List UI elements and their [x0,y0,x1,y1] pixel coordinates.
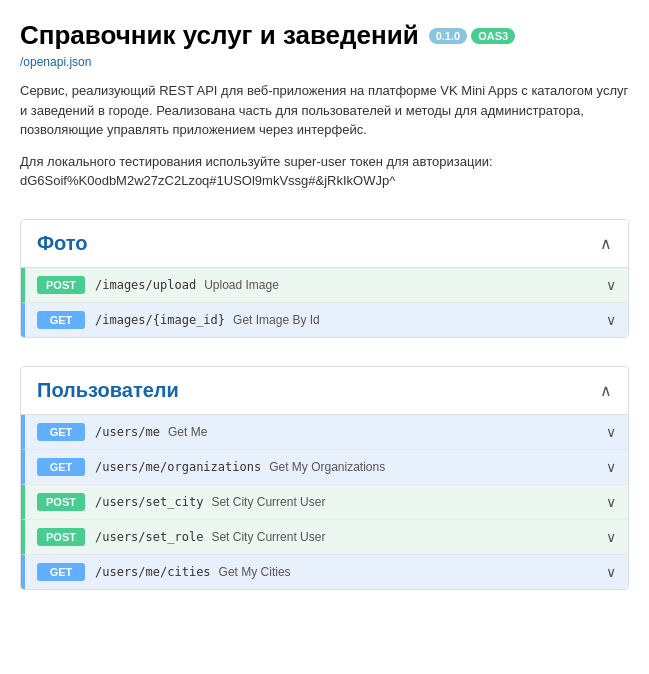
sections-container: Фото ∧ POST /images/upload Upload Image … [20,219,629,590]
section-foto: Фото ∧ POST /images/upload Upload Image … [20,219,629,338]
endpoint-left-users-2: POST /users/set_city Set City Current Us… [37,493,596,511]
endpoint-summary-users-4: Get My Cities [219,565,291,579]
endpoint-chevron-users-4: ∨ [606,564,616,580]
endpoint-item-users-2[interactable]: POST /users/set_city Set City Current Us… [21,485,628,520]
endpoint-path-foto-1: /images/{image_id} [95,313,225,327]
endpoint-list-users: GET /users/me Get Me ∨ GET /users/me/org… [21,414,628,589]
method-badge-users-1: GET [37,458,85,476]
endpoint-chevron-users-1: ∨ [606,459,616,475]
endpoint-chevron-foto-0: ∨ [606,277,616,293]
endpoint-path-users-3: /users/set_role [95,530,203,544]
version-badge: 0.1.0 [429,28,467,44]
endpoint-left-users-4: GET /users/me/cities Get My Cities [37,563,596,581]
endpoint-item-users-0[interactable]: GET /users/me Get Me ∨ [21,415,628,450]
endpoint-summary-foto-0: Upload Image [204,278,279,292]
section-title-foto: Фото [37,232,88,255]
method-badge-foto-0: POST [37,276,85,294]
endpoint-left-users-1: GET /users/me/organizations Get My Organ… [37,458,596,476]
endpoint-path-foto-0: /images/upload [95,278,196,292]
method-badge-foto-1: GET [37,311,85,329]
section-chevron-users: ∧ [600,381,612,400]
description-line2: Для локального тестирования используйте … [20,152,629,191]
oas-badge: OAS3 [471,28,515,44]
endpoint-left-users-3: POST /users/set_role Set City Current Us… [37,528,596,546]
section-title-users: Пользователи [37,379,179,402]
page-header: Справочник услуг и заведений 0.1.0 OAS3 … [20,20,629,69]
endpoint-left-users-0: GET /users/me Get Me [37,423,596,441]
endpoint-path-users-2: /users/set_city [95,495,203,509]
badges-container: 0.1.0 OAS3 [429,28,515,44]
method-badge-users-4: GET [37,563,85,581]
description-block: Сервис, реализующий REST API для веб-при… [20,81,629,191]
method-badge-users-3: POST [37,528,85,546]
endpoint-summary-foto-1: Get Image By Id [233,313,320,327]
endpoint-item-foto-1[interactable]: GET /images/{image_id} Get Image By Id ∨ [21,303,628,337]
endpoint-summary-users-3: Set City Current User [211,530,325,544]
endpoint-chevron-users-2: ∨ [606,494,616,510]
section-users: Пользователи ∧ GET /users/me Get Me ∨ GE… [20,366,629,590]
endpoint-left-foto-0: POST /images/upload Upload Image [37,276,596,294]
section-chevron-foto: ∧ [600,234,612,253]
endpoint-item-users-3[interactable]: POST /users/set_role Set City Current Us… [21,520,628,555]
section-header-users[interactable]: Пользователи ∧ [21,367,628,414]
openapi-link[interactable]: /openapi.json [20,55,629,69]
endpoint-list-foto: POST /images/upload Upload Image ∨ GET /… [21,267,628,337]
method-badge-users-2: POST [37,493,85,511]
endpoint-chevron-foto-1: ∨ [606,312,616,328]
endpoint-summary-users-0: Get Me [168,425,207,439]
endpoint-chevron-users-0: ∨ [606,424,616,440]
description-line1: Сервис, реализующий REST API для веб-при… [20,81,629,140]
endpoint-item-users-4[interactable]: GET /users/me/cities Get My Cities ∨ [21,555,628,589]
endpoint-chevron-users-3: ∨ [606,529,616,545]
endpoint-left-foto-1: GET /images/{image_id} Get Image By Id [37,311,596,329]
endpoint-path-users-4: /users/me/cities [95,565,211,579]
endpoint-summary-users-2: Set City Current User [211,495,325,509]
method-badge-users-0: GET [37,423,85,441]
section-header-foto[interactable]: Фото ∧ [21,220,628,267]
endpoint-item-foto-0[interactable]: POST /images/upload Upload Image ∨ [21,268,628,303]
endpoint-path-users-0: /users/me [95,425,160,439]
page-title: Справочник услуг и заведений [20,20,419,51]
endpoint-item-users-1[interactable]: GET /users/me/organizations Get My Organ… [21,450,628,485]
endpoint-path-users-1: /users/me/organizations [95,460,261,474]
endpoint-summary-users-1: Get My Organizations [269,460,385,474]
